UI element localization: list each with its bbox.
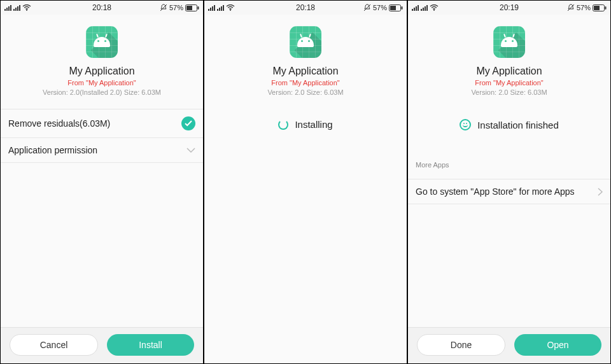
install-status: Installing	[204, 102, 407, 146]
signal-icon	[412, 4, 419, 11]
svg-point-10	[433, 10, 435, 11]
signal-icon	[421, 4, 428, 11]
check-icon[interactable]	[181, 116, 195, 130]
signal-icon	[208, 4, 215, 11]
more-apps-row[interactable]: Go to system "App Store" for more Apps	[408, 179, 610, 204]
done-button[interactable]: Done	[417, 334, 505, 356]
app-source: From "My Application"	[475, 79, 543, 87]
status-bar: 20:18 57%	[1, 1, 203, 15]
svg-rect-14	[605, 6, 607, 10]
app-icon	[493, 26, 525, 58]
svg-point-0	[26, 10, 27, 11]
battery-pct: 57%	[373, 4, 387, 11]
battery-pct: 57%	[577, 4, 591, 11]
dnd-icon	[567, 4, 575, 11]
app-header: My Application From "My Application" Ver…	[1, 15, 203, 102]
app-meta: Version: 2.0 Size: 6.03M	[471, 88, 547, 96]
row-label: Application permission	[8, 145, 97, 155]
status-text: Installation finished	[477, 120, 559, 130]
svg-point-5	[230, 10, 231, 11]
app-meta: Version: 2.0 Size: 6.03M	[267, 88, 343, 96]
battery-icon	[389, 4, 403, 11]
app-name: My Application	[272, 66, 338, 77]
app-icon	[86, 26, 118, 58]
battery-pct: 57%	[169, 4, 183, 11]
chevron-down-icon	[186, 148, 195, 153]
cancel-button[interactable]: Cancel	[10, 334, 98, 356]
app-source: From "My Application"	[67, 79, 136, 87]
footer-bar: Cancel Install	[1, 327, 203, 363]
install-status: Installation finished	[408, 102, 610, 147]
smile-icon	[460, 119, 471, 130]
svg-rect-13	[594, 6, 600, 10]
app-name: My Application	[476, 66, 542, 77]
row-label: Remove residuals(6.03M)	[8, 118, 110, 129]
spinner-icon	[278, 120, 288, 130]
app-header: My Application From "My Application" Ver…	[204, 15, 407, 102]
chevron-right-icon	[598, 188, 603, 196]
app-permission-row[interactable]: Application permission	[1, 138, 203, 163]
footer-bar: Done Open	[408, 327, 610, 363]
status-bar: 20:18 57%	[204, 1, 407, 15]
screen-finished: 20:19 57% My Application From "My Applic…	[407, 0, 611, 364]
wifi-icon	[22, 4, 31, 11]
signal-icon	[217, 4, 224, 11]
svg-rect-8	[390, 6, 396, 10]
status-bar: 20:19 57%	[408, 1, 610, 15]
app-icon	[290, 26, 321, 58]
battery-icon	[185, 4, 199, 11]
signal-icon	[13, 4, 20, 11]
app-name: My Application	[69, 66, 134, 77]
wifi-icon	[226, 4, 235, 11]
open-button[interactable]: Open	[514, 334, 601, 356]
app-header: My Application From "My Application" Ver…	[408, 15, 610, 102]
dnd-icon	[363, 4, 371, 11]
svg-rect-3	[186, 6, 192, 10]
app-source: From "My Application"	[271, 79, 339, 87]
svg-rect-4	[198, 6, 199, 10]
dnd-icon	[160, 4, 167, 11]
more-apps-label: More Apps	[408, 161, 610, 172]
svg-rect-9	[402, 6, 403, 10]
battery-icon	[593, 4, 607, 11]
status-text: Installing	[295, 119, 332, 130]
app-meta: Version: 2.0(Installed 2.0) Size: 6.03M	[43, 88, 161, 96]
screen-installing: 20:18 57% My Application From "My Applic…	[204, 0, 407, 364]
row-label: Go to system "App Store" for more Apps	[416, 186, 575, 197]
wifi-icon	[430, 4, 439, 11]
screen-install-prompt: 20:18 57% My Application From "My Applic…	[0, 0, 204, 364]
install-button[interactable]: Install	[107, 334, 194, 356]
signal-icon	[4, 4, 11, 11]
remove-residuals-row[interactable]: Remove residuals(6.03M)	[1, 109, 203, 138]
